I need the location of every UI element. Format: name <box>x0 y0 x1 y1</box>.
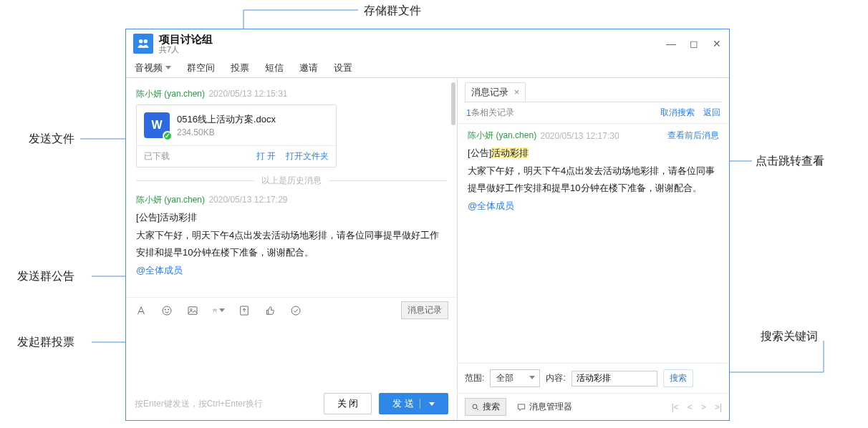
callout-start-poll: 发起群投票 <box>17 335 74 350</box>
svg-point-1 <box>144 39 148 43</box>
close-tab-icon[interactable]: × <box>514 87 520 97</box>
scope-select[interactable]: 全部 <box>490 369 540 387</box>
announcement-tag: [公告] <box>468 147 491 158</box>
compose-footer: 按Enter键发送，按Ctrl+Enter换行 关 闭 发 送 <box>126 387 457 420</box>
compose-textarea[interactable] <box>126 323 457 387</box>
history-tab-label: 消息记录 <box>471 87 508 97</box>
callout-send-file: 发送文件 <box>29 132 74 147</box>
svg-point-8 <box>215 308 216 310</box>
file-size: 234.50KB <box>177 127 276 137</box>
sender-name: 陈小妍 (yan.chen) <box>136 89 205 99</box>
message-manager-label: 消息管理器 <box>529 401 572 413</box>
svg-point-3 <box>165 308 165 309</box>
history-divider-label: 以上是历史消息 <box>261 175 322 187</box>
chat-scroll[interactable]: 陈小妍 (yan.chen) 2020/05/13 12:15:31 W✓ 05… <box>126 78 457 297</box>
cancel-search-link[interactable]: 取消搜索 <box>660 107 695 119</box>
menu-invite[interactable]: 邀请 <box>299 62 318 74</box>
message-announcement: 陈小妍 (yan.chen) 2020/05/13 12:17:29 [公告]活… <box>136 194 447 280</box>
file-card: W✓ 0516线上活动方案.docx 234.50KB 已下载 打 开 <box>136 104 337 167</box>
callout-store-files: 存储群文件 <box>364 4 421 19</box>
scrollbar-thumb[interactable] <box>451 82 455 125</box>
svg-point-4 <box>168 308 169 309</box>
file-status: 已下载 <box>144 150 170 162</box>
svg-point-6 <box>191 308 192 310</box>
group-avatar-icon <box>133 34 153 54</box>
menu-groupspace[interactable]: 群空间 <box>187 62 215 74</box>
callout-send-announcement: 发送群公告 <box>17 269 74 284</box>
message-time: 2020/05/13 12:17:29 <box>208 195 287 205</box>
search-go-button[interactable]: 搜索 <box>663 369 693 387</box>
sender-name: 陈小妍 (yan.chen) <box>136 195 205 205</box>
pager-next[interactable]: > <box>701 402 706 412</box>
announcement-title: 活动彩排 <box>160 212 197 223</box>
pager-prev[interactable]: < <box>688 402 693 412</box>
history-tab[interactable]: 消息记录 × <box>465 82 526 102</box>
announcement-tag: [公告] <box>136 212 160 223</box>
svg-rect-5 <box>188 306 197 314</box>
menu-sms[interactable]: 短信 <box>265 62 284 74</box>
chevron-down-icon <box>219 308 225 312</box>
callout-search-keyword: 搜索关键词 <box>761 329 818 344</box>
emoji-icon[interactable] <box>160 304 173 317</box>
sender-name: 陈小妍 (yan.chen) <box>468 130 536 142</box>
message-time: 2020/05/13 12:15:31 <box>208 89 287 99</box>
search-icon <box>471 403 480 412</box>
svg-point-2 <box>163 306 171 315</box>
minimize-button[interactable]: — <box>666 38 676 49</box>
callout-click-view: 点击跳转查看 <box>756 154 824 169</box>
file-open-button[interactable]: 打 开 <box>256 150 276 162</box>
close-window-button[interactable]: ✕ <box>712 38 722 49</box>
history-search-bar: 范围: 全部 内容: 搜索 <box>458 363 729 393</box>
footer-search-button[interactable]: 搜索 <box>465 398 506 416</box>
pager-first[interactable]: |< <box>672 402 679 412</box>
chevron-down-icon <box>165 66 171 69</box>
result-text: 条相关记录 <box>471 107 514 119</box>
menu-settings[interactable]: 设置 <box>334 62 352 74</box>
send-button-label: 发 送 <box>392 397 414 410</box>
message-time: 2020/05/13 12:17:30 <box>540 131 619 141</box>
back-link[interactable]: 返回 <box>703 107 720 119</box>
chat-column: 陈小妍 (yan.chen) 2020/05/13 12:15:31 W✓ 05… <box>126 78 458 420</box>
history-divider: 以上是历史消息 <box>136 175 447 187</box>
chat-window: 项目讨论组 共7人 — ◻ ✕ 音视频 群空间 投票 短信 邀请 设置 <box>125 29 730 421</box>
menu-av-label: 音视频 <box>135 62 163 74</box>
close-button[interactable]: 关 闭 <box>324 393 372 414</box>
message-manager-button[interactable]: 消息管理器 <box>516 401 572 413</box>
file-type-icon: W✓ <box>144 112 170 138</box>
font-icon[interactable] <box>135 304 148 317</box>
message-file: 陈小妍 (yan.chen) 2020/05/13 12:15:31 W✓ 05… <box>136 88 447 167</box>
menu-av[interactable]: 音视频 <box>135 62 171 74</box>
svg-point-7 <box>213 308 215 310</box>
pager-last[interactable]: >| <box>715 402 722 412</box>
menu-vote[interactable]: 投票 <box>231 62 249 74</box>
mention-all[interactable]: @全体成员 <box>468 198 719 215</box>
svg-point-0 <box>139 39 143 43</box>
file-upload-icon[interactable] <box>238 304 251 317</box>
scope-value: 全部 <box>496 373 513 383</box>
chat-icon <box>516 402 526 412</box>
screenshot-icon[interactable] <box>212 304 225 317</box>
view-context-link[interactable]: 查看前后消息 <box>667 130 719 142</box>
history-column: 消息记录 × 1 条相关记录 取消搜索 返回 陈小妍 (yan.chen) 20… <box>458 78 729 420</box>
svg-point-10 <box>291 306 300 315</box>
content-label: 内容: <box>546 372 565 384</box>
history-results: 陈小妍 (yan.chen) 2020/05/13 12:17:30 查看前后消… <box>458 124 729 363</box>
history-tabs: 消息记录 × <box>458 78 729 102</box>
announcement-body: 大家下午好，明天下午4点出发去活动场地彩排，请各位同事提早做好工作安排和提早10… <box>136 227 447 262</box>
announcement-body: 大家下午好，明天下午4点出发去活动场地彩排，请各位同事提早做好工作安排和提早10… <box>468 162 719 198</box>
thumbs-up-icon[interactable] <box>264 304 276 317</box>
compose-toolbar: 消息记录 <box>126 297 457 323</box>
result-count: 1 <box>466 108 471 118</box>
maximize-button[interactable]: ◻ <box>689 38 699 49</box>
task-check-icon[interactable] <box>289 304 302 317</box>
send-button[interactable]: 发 送 <box>379 393 448 414</box>
search-input[interactable] <box>572 371 657 386</box>
footer-search-label: 搜索 <box>483 401 500 413</box>
message-record-button[interactable]: 消息记录 <box>401 301 448 319</box>
download-complete-icon: ✓ <box>163 131 173 141</box>
pager: |< < > >| <box>672 402 722 412</box>
mention-all[interactable]: @全体成员 <box>136 262 447 280</box>
image-icon[interactable] <box>186 304 199 317</box>
file-name: 0516线上活动方案.docx <box>177 113 276 126</box>
file-open-folder-button[interactable]: 打开文件夹 <box>286 150 329 162</box>
